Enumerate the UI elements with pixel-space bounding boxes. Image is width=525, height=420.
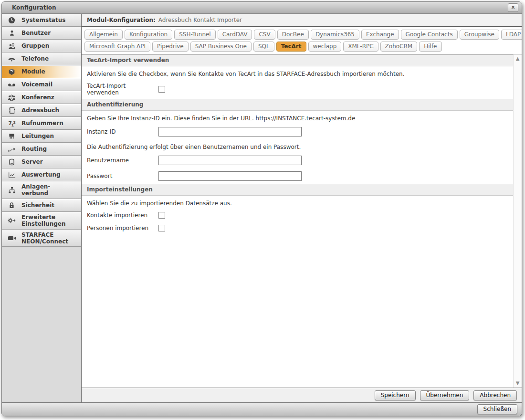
module-cube-icon [2,68,21,75]
tab-ldap[interactable]: LDAP [501,30,522,40]
window-footer: Schließen [2,402,522,416]
plug-icon [2,133,21,139]
tab-konfiguration[interactable]: Konfiguration [125,30,172,40]
voicemail-icon [2,82,21,88]
checkbox-kontakte-importieren[interactable] [158,212,165,219]
sidebar-item-label: Server [21,157,44,167]
input-benutzername[interactable] [158,156,302,165]
sidebar-item-label: Systemstatus [21,15,66,25]
input-instanz-id[interactable] [158,127,302,136]
sidebar-item-label: Konferenz [21,93,55,102]
cancel-button[interactable]: Abbrechen [473,390,517,400]
tab-dynamics365[interactable]: Dynamics365 [311,30,359,40]
sidebar-item-benutzer[interactable]: Benutzer [2,27,81,40]
sidebar-item-label: Leitungen [21,131,55,141]
form-row-benutzername: Benutzername [82,152,513,168]
module-config-header-label: Modul-Konfiguration: [87,17,156,23]
sidebar-item-auswertung[interactable]: Auswertung [2,168,81,181]
tab-pipedrive[interactable]: Pipedrive [152,42,189,52]
description-text: Aktivieren Sie die Checkbox, wenn Sie Ko… [82,66,513,79]
apply-button[interactable]: Übernehmen [420,390,470,400]
sidebar-item-gruppen[interactable]: Gruppen [2,40,81,52]
sidebar-item-rufnummern[interactable]: 712Rufnummern [2,117,81,130]
addressbook-icon [2,107,21,114]
conference-icon [2,94,21,101]
close-button[interactable]: Schließen [477,404,517,414]
scroll-down-icon[interactable]: ▼ [516,381,520,386]
sidebar-item-label: Gruppen [21,41,50,51]
clock-icon [2,17,21,24]
tab-docbee[interactable]: DocBee [277,30,309,40]
konfiguration-window: Konfiguration x SystemstatusBenutzerGrup… [1,1,522,416]
input-passwort[interactable] [158,171,302,181]
tab-sql[interactable]: SQL [253,42,274,52]
checkbox-personen-importieren[interactable] [158,225,165,231]
sidebar-item-telefone[interactable]: Telefone [2,52,81,65]
routing-icon [2,147,21,152]
tab-csv[interactable]: CSV [254,30,275,40]
phone-icon [2,56,21,62]
form-row-personen-importieren: Personen importieren [82,221,513,234]
sidebar-item-label: Voicemail [21,80,53,89]
tab-row-1: AllgemeinKonfigurationSSH-TunnelCardDAVC… [84,30,519,40]
tab-hilfe[interactable]: Hilfe [419,42,441,52]
window-close-icon[interactable]: x [508,3,518,12]
panel-footer: Speichern Übernehmen Abbrechen [82,388,522,402]
checkbox-tecart-import-verwenden[interactable] [158,86,165,93]
sidebar-item-routing[interactable]: Routing [2,143,81,156]
section-header-authentifizierung: Authentifizierung [82,99,513,111]
sidebar-item-label: Anlagen- verbund [21,182,51,199]
sidebar-item-adressbuch[interactable]: Adressbuch [2,104,81,117]
field-label: Benutzername [87,157,158,164]
field-label: Passwort [87,173,158,179]
sidebar-item-systemstatus[interactable]: Systemstatus [2,14,81,27]
tab-xml-rpc[interactable]: XML-RPC [343,42,378,52]
window-title: Konfiguration [12,4,508,11]
tab-carddav[interactable]: CardDAV [218,30,252,40]
tab-sap-business-one[interactable]: SAP Business One [190,42,252,52]
tab-weclapp[interactable]: weclapp [308,42,342,52]
window-titlebar[interactable]: Konfiguration x [2,2,522,14]
content-panel: Modul-Konfiguration: Adressbuch Kontakt … [82,14,522,402]
sidebar: SystemstatusBenutzerGruppenTelefoneModul… [2,14,82,402]
vertical-scrollbar[interactable]: ▲ ▼ [513,54,522,388]
form-area: TecArt-Import verwendenAktivieren Sie di… [82,54,513,388]
sidebar-item-konferenz[interactable]: Konferenz [2,91,81,104]
sidebar-item-sicherheit[interactable]: Sicherheit [2,199,81,212]
form-row-tecart-import-verwenden: TecArt-Import verwenden [82,79,513,99]
sidebar-item-label: Rufnummern [21,118,64,128]
sidebar-item-leitungen[interactable]: Leitungen [2,130,81,143]
tab-row-2: Microsoft Graph APIPipedriveSAP Business… [84,42,519,52]
sidebar-empty-area [2,247,81,402]
tab-groupwise[interactable]: Groupwise [460,30,499,40]
sidebar-item-label: Module [21,67,46,76]
tab-microsoft-graph-api[interactable]: Microsoft Graph API [84,42,150,52]
scroll-up-icon[interactable]: ▲ [516,56,520,61]
section-header-importeinstellungen: Importeinstellungen [82,184,513,196]
sidebar-item-label: Erweiterte Einstellungen [21,212,66,229]
tab-tecart[interactable]: TecArt [276,42,306,52]
gear-plus-icon [2,217,21,224]
checkbox-label: TecArt-Import verwenden [87,83,158,96]
tab-google-contacts[interactable]: Google Contacts [401,30,458,40]
video-camera-icon [2,235,21,241]
description-text: Geben Sie Ihre Instanz-ID ein. Diese fin… [82,111,513,124]
tab-zohocrm[interactable]: ZohoCRM [380,42,418,52]
sidebar-item-server[interactable]: Server [2,156,81,168]
tab-ssh-tunnel[interactable]: SSH-Tunnel [174,30,216,40]
form-row-passwort: Passwort [82,168,513,184]
tab-allgemein[interactable]: Allgemein [84,30,123,40]
checkbox-label: Kontakte importieren [87,212,158,219]
tab-exchange[interactable]: Exchange [361,30,399,40]
sidebar-item-erweiterte-einstellungen[interactable]: Erweiterte Einstellungen [2,212,81,230]
sidebar-item-label: Auswertung [21,170,62,179]
sidebar-item-module[interactable]: Module [2,65,81,78]
svg-text:2: 2 [13,120,15,125]
lock-icon [2,202,21,209]
numbers-icon: 712 [2,120,21,127]
sidebar-item-voicemail[interactable]: Voicemail [2,78,81,91]
sidebar-item-anlagen-verbund[interactable]: Anlagen- verbund [2,181,81,199]
sidebar-item-starface-neon-connect[interactable]: STARFACE NEON/Connect [2,230,81,247]
module-config-header: Modul-Konfiguration: Adressbuch Kontakt … [82,14,522,27]
save-button[interactable]: Speichern [375,390,416,400]
